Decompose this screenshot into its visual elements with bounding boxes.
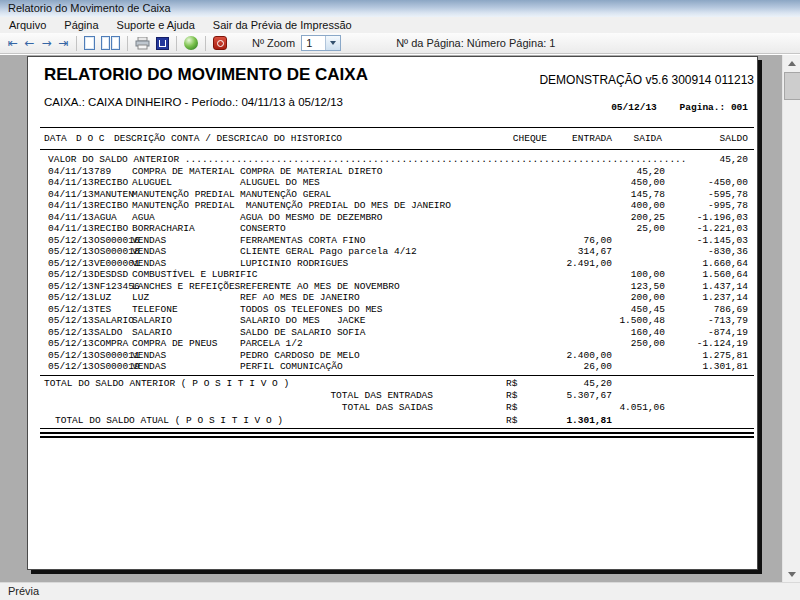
report-row: 04/11/13AGUAAGUAAGUA DO MESMO DE DEZEMBR… — [28, 212, 757, 224]
zoom-dropdown-button[interactable] — [325, 36, 340, 50]
cell-hist: LUPICINIO RODRIGUES — [240, 258, 348, 270]
chevron-down-icon — [330, 41, 336, 45]
cell-date: 05/12/13 — [48, 281, 94, 293]
cell-date: 05/12/13 — [48, 292, 94, 304]
report-row: 04/11/13RECIBOALUGUELALUGUEL DO MES450,0… — [28, 177, 757, 189]
cell-conta: COMPRA DE MATERIAL — [132, 166, 235, 178]
total-value: 45,20 — [583, 378, 612, 390]
cell-saida: 200,25 — [631, 212, 665, 224]
menu-bar: Arquivo Página Suporte e Ajuda Sair da P… — [0, 17, 800, 34]
exit-button[interactable] — [210, 34, 230, 52]
cell-saldo: 1.301,81 — [702, 361, 748, 373]
report-page: RELATORIO DO MOVIMENTO DE CAIXA DEMONSTR… — [27, 56, 758, 570]
cell-saldo: -874,19 — [708, 327, 748, 339]
cell-doc: AGUA — [94, 212, 117, 224]
cell-hist: SALDO DE SALARIO SOFIA — [240, 327, 365, 339]
cell-conta: COMPRA DE PNEUS — [132, 338, 218, 350]
cell-saldo: 786,69 — [714, 304, 748, 316]
report-title: RELATORIO DO MOVIMENTO DE CAIXA — [44, 69, 368, 81]
totals-section: TOTAL DO SALDO ANTERIOR ( P O S I T I V … — [28, 378, 757, 427]
cell-conta: VENDAS — [132, 246, 166, 258]
cell-saida: 200,00 — [631, 292, 665, 304]
cell-saida: 45,20 — [636, 166, 665, 178]
report-row: 04/11/13RECIBOMANUTENÇÃO PREDIAL MANUTEN… — [28, 200, 757, 212]
zoom-dropdown[interactable]: 1 — [301, 35, 341, 51]
cell-hist: PEDRO CARDOSO DE MELO — [240, 350, 360, 362]
report-demo-version: DEMONSTRAÇÃO v5.6 300914 011213 — [539, 75, 754, 87]
toolbar-separator — [176, 36, 177, 51]
scroll-down-icon — [788, 572, 796, 577]
menu-item-pagina[interactable]: Página — [55, 17, 107, 33]
scrollbar-down-button[interactable] — [783, 566, 800, 583]
total-label: TOTAL DO SALDO ANTERIOR ( P O S I T I V … — [44, 378, 289, 390]
menu-item-arquivo[interactable]: Arquivo — [0, 17, 55, 33]
total-value: 1.301,81 — [566, 415, 612, 427]
two-pages-icon — [101, 36, 120, 50]
cell-saldo: -1.221,03 — [697, 223, 748, 235]
cell-saldo: -713,79 — [708, 315, 748, 327]
report-row: 05/12/13SALARIOSALARIOSALARIO DO MES JAC… — [28, 315, 757, 327]
cell-conta: BORRACHARIA — [132, 223, 195, 235]
menu-item-suporte[interactable]: Suporte e Ajuda — [108, 17, 204, 33]
cell-date: 05/12/13 — [48, 235, 94, 247]
cell-saida: 400,00 — [631, 200, 665, 212]
cell-hist: PERFIL COMUNICAÇÃO — [240, 361, 343, 373]
export-button[interactable] — [181, 34, 201, 52]
cell-date: 05/12/13 — [48, 361, 94, 373]
opening-balance-value: 45,20 — [719, 154, 748, 166]
cell-conta: LUZ — [132, 292, 149, 304]
single-page-button[interactable] — [81, 34, 98, 52]
title-bar: Relatorio do Movimento de Caixa — [0, 0, 800, 17]
exit-icon — [213, 36, 227, 50]
cell-saldo: 1.275,81 — [702, 350, 748, 362]
config-button[interactable] — [153, 34, 172, 52]
menu-item-sair-previa[interactable]: Sair da Prévia de Impressão — [204, 17, 361, 33]
previous-page-icon: ← — [24, 37, 34, 49]
cell-conta: VENDAS — [132, 361, 166, 373]
print-button[interactable] — [132, 34, 153, 52]
cell-doc: RECIBO — [94, 200, 128, 212]
total-currency: R$ — [506, 402, 517, 414]
cell-saida: 160,40 — [631, 327, 665, 339]
toolbar-separator — [76, 36, 77, 51]
cell-conta: VENDAS — [132, 258, 166, 270]
report-date-page: 05/12/13 Pagina.: 001 — [611, 102, 748, 114]
vertical-scrollbar[interactable] — [782, 55, 800, 583]
first-page-button[interactable]: ⇤ — [4, 34, 21, 52]
cell-doc: LUZ — [94, 292, 111, 304]
cell-date: 05/12/13 — [48, 315, 94, 327]
scrollbar-up-button[interactable] — [783, 55, 800, 72]
cell-saida: 250,00 — [631, 338, 665, 350]
report-row: 05/12/13SALDOSALARIOSALDO DE SALARIO SOF… — [28, 327, 757, 339]
two-pages-button[interactable] — [98, 34, 123, 52]
cell-saida: 123,50 — [631, 281, 665, 293]
report-row: 05/12/13NF123456LANCHES E REFEIÇÕESREFER… — [28, 281, 757, 293]
column-header-cheque: CHEQUE — [513, 133, 547, 145]
cell-hist: ALUGUEL DO MES — [240, 177, 320, 189]
report-row: 05/12/13OS000011VENDASPEDRO CARDOSO DE M… — [28, 350, 757, 362]
last-page-button[interactable]: ⇥ — [55, 34, 72, 52]
next-page-button[interactable]: → — [38, 34, 55, 52]
cell-date: 05/12/13 — [48, 304, 94, 316]
report-row: 05/12/13COMPRACOMPRA DE PNEUSPARCELA 1/2… — [28, 338, 757, 350]
total-currency: R$ — [506, 415, 517, 427]
previous-page-button[interactable]: ← — [21, 34, 38, 52]
cell-conta: MANUTENÇÃO PREDIAL — [132, 189, 235, 201]
scrollbar-thumb[interactable] — [784, 72, 800, 100]
cell-date: 05/12/13 — [48, 327, 94, 339]
next-page-icon: → — [41, 37, 51, 49]
cell-date: 05/12/13 — [48, 246, 94, 258]
report-row: 04/11/13MANUTENMANUTENÇÃO PREDIALMANUTEN… — [28, 189, 757, 201]
cell-saida: 450,45 — [631, 304, 665, 316]
cell-hist: TODOS OS TELEFONES DO MES — [240, 304, 383, 316]
cell-hist: MANUTENÇÃO GERAL — [240, 189, 331, 201]
cell-hist: FERRAMENTAS CORTA FINO — [240, 235, 365, 247]
report-row: 05/12/13OS000019VENDASPERFIL COMUNICAÇÃO… — [28, 361, 757, 373]
cell-hist: COMPRA DE MATERIAL DIRETO — [240, 166, 383, 178]
cell-entrada: 26,00 — [583, 361, 612, 373]
cell-conta: AGUA — [132, 212, 155, 224]
single-page-icon — [84, 36, 95, 50]
cell-conta: MANUTENÇÃO PREDIAL — [132, 200, 235, 212]
cell-date: 04/11/13 — [48, 223, 94, 235]
zoom-value: 1 — [302, 37, 325, 49]
